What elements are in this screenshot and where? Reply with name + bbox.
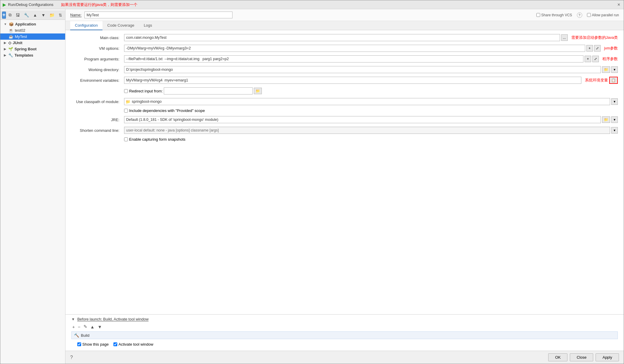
- classpath-dropdown-button[interactable]: ▾: [611, 98, 618, 105]
- application-icon: 📦: [9, 22, 14, 26]
- help-question-icon[interactable]: ?: [577, 12, 582, 18]
- apply-button[interactable]: Apply: [596, 353, 619, 361]
- working-dir-input[interactable]: [124, 66, 601, 73]
- sort-button[interactable]: ⇅: [57, 12, 64, 18]
- build-item: 🔨 Build: [71, 331, 618, 339]
- ok-button[interactable]: OK: [548, 353, 567, 361]
- include-deps-label: Include dependencies with "Provided" sco…: [129, 108, 205, 113]
- vm-options-expand-button[interactable]: +: [586, 45, 593, 52]
- vm-options-input[interactable]: [124, 45, 585, 52]
- expand-arrow-springboot: ▶: [4, 47, 6, 51]
- working-dir-folder-button[interactable]: 📁: [602, 66, 610, 73]
- move-up-button[interactable]: ▲: [32, 12, 39, 18]
- launch-remove-button[interactable]: −: [77, 324, 81, 330]
- include-deps-checkbox-label[interactable]: Include dependencies with "Provided" sco…: [124, 108, 205, 113]
- sidebar-item-junit[interactable]: ▶ ◇ JUnit: [0, 40, 65, 46]
- right-panel: Name: Share through VCS ? Allow parallel…: [65, 9, 624, 364]
- shorten-cmd-input[interactable]: [124, 127, 610, 134]
- main-class-row: Main class: ... 需要添加启动参数的Java类: [71, 34, 618, 41]
- shorten-cmd-dropdown-button[interactable]: ▾: [611, 127, 618, 134]
- sidebar-group-application-label: Application: [15, 22, 36, 26]
- program-args-expand-button[interactable]: +: [585, 56, 591, 62]
- classpath-row: Use classpath of module: 📁 springboot-mo…: [71, 98, 618, 105]
- program-args-label: Program arguments:: [71, 57, 122, 61]
- env-vars-annotation: 系统环境变量: [585, 78, 608, 83]
- sidebar-item-test02[interactable]: ☕ test02: [0, 27, 65, 33]
- working-dir-dropdown-button[interactable]: ▾: [611, 66, 618, 73]
- sidebar-item-application[interactable]: ▼ 📦 Application: [0, 21, 65, 27]
- redirect-input-checkbox-label[interactable]: Redirect input from:: [124, 89, 163, 93]
- redirect-input-text: Redirect input from:: [129, 89, 163, 93]
- redirect-input-folder-button[interactable]: 📁: [254, 88, 262, 94]
- main-class-input[interactable]: [124, 34, 560, 41]
- activate-tool-checkbox[interactable]: [113, 342, 117, 346]
- classpath-select-row: 📁 springboot-mongo ▾: [124, 98, 618, 105]
- sidebar-item-templates[interactable]: ▶ 🔧 Templates: [0, 52, 65, 58]
- main-class-browse-button[interactable]: ...: [561, 34, 568, 41]
- tabs-bar: Configuration Code Coverage Logs: [65, 21, 624, 30]
- module-select-value: springboot-mongo: [132, 100, 162, 104]
- sidebar-item-springboot[interactable]: ▶ 🌱 Spring Boot: [0, 46, 65, 52]
- show-page-checkbox[interactable]: [77, 342, 81, 346]
- tab-code-coverage[interactable]: Code Coverage: [102, 21, 139, 30]
- share-vcs-checkbox-label[interactable]: Share through VCS: [536, 13, 572, 17]
- launch-up-button[interactable]: ▲: [89, 324, 96, 330]
- activate-tool-checkbox-label[interactable]: Activate tool window: [113, 342, 153, 347]
- close-icon[interactable]: ×: [616, 2, 621, 7]
- parallel-run-checkbox-label[interactable]: Allow parallel run: [587, 13, 619, 17]
- launch-edit-button[interactable]: ✎: [83, 324, 88, 330]
- move-down-button[interactable]: ▼: [40, 12, 47, 18]
- sidebar-item-mytest-label: MyTest: [15, 34, 27, 39]
- share-vcs-checkbox[interactable]: [536, 13, 540, 17]
- vm-options-fullscreen-button[interactable]: ⤢: [594, 45, 601, 52]
- enable-snapshots-checkbox[interactable]: [124, 137, 128, 141]
- env-vars-input[interactable]: [124, 77, 581, 84]
- launch-down-button[interactable]: ▼: [97, 324, 103, 330]
- sidebar-item-mytest[interactable]: ☕ MyTest: [0, 33, 65, 40]
- java-icon-mytest: ☕: [9, 34, 13, 39]
- sidebar-group-templates-label: Templates: [15, 53, 33, 57]
- redirect-input-file-input[interactable]: [164, 87, 253, 94]
- sidebar-group-springboot-label: Spring Boot: [15, 47, 36, 51]
- enable-snapshots-checkbox-label[interactable]: Enable capturing form snapshots: [124, 137, 185, 142]
- parallel-run-checkbox[interactable]: [587, 13, 591, 17]
- before-launch-header: ▼ Before launch: Build, Activate tool wi…: [71, 317, 618, 321]
- copy-config-button[interactable]: ⧉: [7, 12, 13, 18]
- program-args-annotation: 程序参数: [602, 56, 618, 62]
- include-deps-checkbox[interactable]: [124, 109, 128, 113]
- tab-configuration[interactable]: Configuration: [70, 21, 102, 30]
- springboot-icon: 🌱: [8, 47, 13, 51]
- program-args-fullscreen-button[interactable]: ⤢: [592, 56, 599, 62]
- cancel-button[interactable]: Close: [570, 353, 593, 361]
- vm-options-annotation: jvm参数: [604, 46, 618, 51]
- program-args-input[interactable]: [124, 55, 583, 62]
- title-annotation: 如果没有需要运行的java类，则需要添加一个: [61, 2, 137, 7]
- save-config-button[interactable]: 🖫: [14, 12, 21, 18]
- jre-folder-button[interactable]: 📁: [602, 116, 610, 123]
- wrench-button[interactable]: 🔧: [23, 12, 31, 18]
- env-vars-edit-button[interactable]: 📋: [609, 77, 618, 84]
- bottom-bar: ? OK Close Apply: [65, 351, 624, 364]
- sidebar-group-junit-label: JUnit: [13, 41, 23, 45]
- before-launch-collapse-button[interactable]: ▼: [71, 317, 75, 321]
- launch-add-button[interactable]: +: [71, 324, 76, 330]
- show-page-label: Show this page: [82, 342, 109, 347]
- jre-input[interactable]: [124, 116, 601, 123]
- name-label: Name:: [70, 13, 81, 17]
- program-args-value-row: + ⤢ 程序参数: [124, 55, 618, 62]
- add-config-button[interactable]: +: [2, 12, 6, 19]
- redirect-input-checkbox[interactable]: [124, 89, 128, 93]
- jre-value-row: 📁 ▾: [124, 116, 618, 123]
- share-vcs-label: Share through VCS: [541, 13, 572, 17]
- jre-dropdown-button[interactable]: ▾: [611, 116, 618, 123]
- tab-logs[interactable]: Logs: [139, 21, 157, 30]
- name-input[interactable]: [84, 12, 232, 18]
- help-icon[interactable]: ?: [70, 355, 73, 360]
- java-icon-test02: ☕: [9, 28, 13, 33]
- program-args-row: Program arguments: + ⤢ 程序参数: [71, 55, 618, 63]
- before-launch-title: Before launch: Build, Activate tool wind…: [77, 317, 149, 321]
- folder-button[interactable]: 📁: [48, 12, 56, 18]
- show-page-checkbox-label[interactable]: Show this page: [77, 342, 109, 347]
- module-select[interactable]: 📁 springboot-mongo: [124, 98, 610, 105]
- jre-row: JRE: 📁 ▾: [71, 116, 618, 124]
